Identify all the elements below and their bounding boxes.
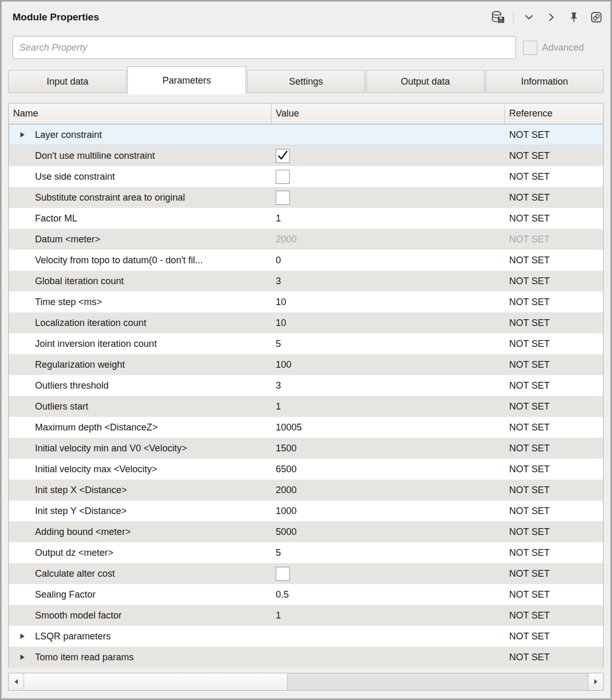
param-value-cell[interactable]: 1: [272, 396, 505, 417]
scrollbar-thumb[interactable]: [24, 673, 288, 690]
expander-icon[interactable]: [20, 654, 35, 660]
table-row[interactable]: Smooth model factor 1 NOT SET: [9, 605, 603, 626]
table-row[interactable]: Calculate alter cost NOT SET: [9, 563, 603, 584]
param-value-cell[interactable]: 10: [272, 312, 505, 333]
checkbox[interactable]: [276, 170, 290, 184]
table-row[interactable]: Outliers start 1 NOT SET: [9, 396, 603, 417]
param-value-cell[interactable]: 1000: [272, 500, 505, 521]
param-reference[interactable]: NOT SET: [505, 500, 603, 521]
param-reference[interactable]: NOT SET: [505, 250, 603, 271]
param-reference[interactable]: NOT SET: [505, 312, 603, 333]
param-value-cell[interactable]: [272, 626, 505, 647]
param-value-cell[interactable]: [272, 124, 505, 145]
param-reference[interactable]: NOT SET: [505, 417, 603, 438]
param-reference[interactable]: NOT SET: [505, 291, 603, 312]
param-value-cell[interactable]: 10: [272, 291, 505, 312]
pin-icon[interactable]: [567, 10, 581, 25]
param-reference[interactable]: NOT SET: [505, 396, 603, 417]
param-value-cell[interactable]: 1: [272, 208, 505, 229]
scroll-right-button[interactable]: [588, 673, 603, 690]
param-value-cell[interactable]: 1: [272, 605, 505, 626]
database-save-icon[interactable]: [491, 10, 505, 25]
param-value-cell[interactable]: 6500: [272, 459, 505, 480]
tab-settings[interactable]: Settings: [247, 70, 365, 93]
table-row[interactable]: Global iteration count 3 NOT SET: [9, 271, 603, 291]
param-value-cell[interactable]: [272, 145, 505, 166]
tab-output-data[interactable]: Output data: [366, 70, 484, 93]
table-row[interactable]: Initial velocity min and V0 <Velocity> 1…: [9, 438, 603, 459]
param-value-cell[interactable]: [272, 166, 505, 187]
param-value-cell[interactable]: 10005: [272, 417, 505, 438]
param-reference[interactable]: NOT SET: [505, 563, 603, 584]
param-value-cell[interactable]: 3: [272, 271, 505, 291]
param-reference[interactable]: NOT SET: [505, 521, 603, 542]
tab-input-data[interactable]: Input data: [8, 70, 126, 93]
table-row[interactable]: Output dz <meter> 5 NOT SET: [9, 542, 603, 563]
table-row[interactable]: Initial velocity max <Velocity> 6500 NOT…: [9, 459, 603, 480]
param-value-cell[interactable]: 0.5: [272, 584, 505, 605]
table-row[interactable]: Adding bound <meter> 5000 NOT SET: [9, 521, 603, 542]
param-reference[interactable]: NOT SET: [505, 605, 603, 626]
column-header-name[interactable]: Name: [9, 103, 272, 124]
table-row[interactable]: Velocity from topo to datum(0 - don't fi…: [9, 250, 603, 271]
checkbox[interactable]: [276, 567, 290, 581]
table-row[interactable]: Substitute constraint area to original N…: [9, 187, 603, 208]
search-input[interactable]: [13, 36, 516, 59]
table-row[interactable]: Joint inversion iteration count 5 NOT SE…: [9, 333, 603, 354]
param-value-cell[interactable]: [272, 563, 505, 584]
horizontal-scrollbar[interactable]: [8, 673, 604, 691]
param-reference[interactable]: NOT SET: [505, 208, 603, 229]
expander-icon[interactable]: [20, 633, 35, 639]
tab-parameters[interactable]: Parameters: [127, 66, 245, 95]
table-row[interactable]: Init step Y <Distance> 1000 NOT SET: [9, 500, 603, 521]
advanced-checkbox[interactable]: [523, 41, 537, 55]
param-reference[interactable]: NOT SET: [505, 584, 603, 605]
param-value-cell[interactable]: 3: [272, 375, 505, 396]
param-value-cell[interactable]: 2000: [272, 229, 505, 250]
checkbox[interactable]: [276, 191, 290, 205]
param-reference[interactable]: NOT SET: [505, 626, 603, 647]
param-reference[interactable]: NOT SET: [505, 145, 603, 166]
param-reference[interactable]: NOT SET: [505, 354, 603, 375]
table-row[interactable]: Use side constraint NOT SET: [9, 166, 603, 187]
chevron-down-icon[interactable]: [522, 10, 536, 25]
param-reference[interactable]: NOT SET: [505, 124, 603, 145]
param-reference[interactable]: NOT SET: [505, 438, 603, 459]
chevron-right-icon[interactable]: [544, 10, 559, 25]
table-row[interactable]: LSQR parameters NOT SET: [9, 626, 603, 647]
table-row[interactable]: Factor ML 1 NOT SET: [9, 208, 603, 229]
param-reference[interactable]: NOT SET: [505, 187, 603, 208]
table-row[interactable]: Localization iteration count 10 NOT SET: [9, 312, 603, 333]
param-value-cell[interactable]: [272, 647, 505, 668]
column-header-value[interactable]: Value: [272, 103, 505, 124]
param-reference[interactable]: NOT SET: [505, 333, 603, 354]
table-row[interactable]: Don't use multiline constraint NOT SET: [9, 145, 603, 166]
param-reference[interactable]: NOT SET: [505, 647, 603, 668]
param-reference[interactable]: NOT SET: [505, 480, 603, 500]
param-value-cell[interactable]: 0: [272, 250, 505, 271]
column-header-reference[interactable]: Reference: [505, 103, 603, 124]
param-reference[interactable]: NOT SET: [505, 375, 603, 396]
param-reference[interactable]: NOT SET: [505, 229, 603, 250]
param-value-cell[interactable]: 5: [272, 542, 505, 563]
table-row[interactable]: Datum <meter> 2000 NOT SET: [9, 229, 603, 250]
table-row[interactable]: Time step <ms> 10 NOT SET: [9, 291, 603, 312]
param-value-cell[interactable]: 100: [272, 354, 505, 375]
param-reference[interactable]: NOT SET: [505, 166, 603, 187]
table-row[interactable]: Outliers threshold 3 NOT SET: [9, 375, 603, 396]
table-row[interactable]: Maximum depth <DistanceZ> 10005 NOT SET: [9, 417, 603, 438]
table-row[interactable]: Regularization weight 100 NOT SET: [9, 354, 603, 375]
param-value-cell[interactable]: [272, 187, 505, 208]
table-row[interactable]: Layer constraint NOT SET: [9, 124, 603, 145]
table-row[interactable]: Tomo item read params NOT SET: [9, 647, 603, 668]
table-row[interactable]: Init step X <Distance> 2000 NOT SET: [9, 480, 603, 500]
param-value-cell[interactable]: 5000: [272, 521, 505, 542]
scroll-left-button[interactable]: [9, 673, 24, 690]
checkbox[interactable]: [276, 149, 290, 163]
float-window-icon[interactable]: [589, 10, 604, 25]
param-reference[interactable]: NOT SET: [505, 271, 603, 291]
param-value-cell[interactable]: 5: [272, 333, 505, 354]
expander-icon[interactable]: [20, 132, 35, 138]
param-value-cell[interactable]: 1500: [272, 438, 505, 459]
param-reference[interactable]: NOT SET: [505, 542, 603, 563]
